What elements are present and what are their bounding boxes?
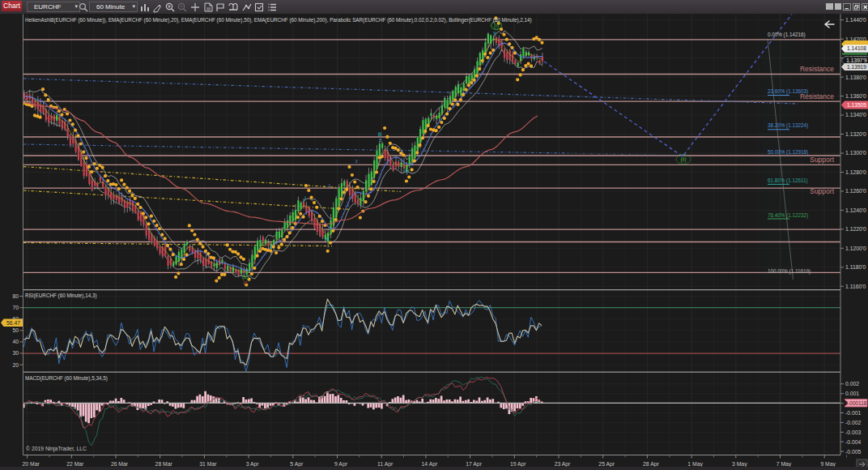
svg-text:1.14108: 1.14108 [847,45,866,51]
svg-text:© 2019 NinjaTrader, LLC: © 2019 NinjaTrader, LLC [26,446,87,452]
svg-text:38.20% (1.13224): 38.20% (1.13224) [768,122,808,129]
svg-text:20: 20 [12,362,19,368]
svg-text:1.1300'0: 1.1300'0 [845,150,866,156]
svg-text:9 May: 9 May [820,461,836,468]
svg-text:1.1320'0: 1.1320'0 [845,131,866,137]
svg-text:1.13505: 1.13505 [847,102,866,108]
svg-text:30: 30 [12,350,19,356]
svg-text:3: 3 [355,159,357,164]
svg-text:(c): (c) [242,274,249,280]
svg-text:Support: Support [810,156,834,164]
svg-text:v: v [493,30,496,36]
svg-text:1.1220'0: 1.1220'0 [845,226,866,232]
svg-text:RSI(EURCHF (60 Minute),14,3): RSI(EURCHF (60 Minute),14,3) [25,293,97,299]
svg-text:HeikenAshi8(EURCHF (60 Minute): HeikenAshi8(EURCHF (60 Minute)), EMA(EUR… [25,17,532,24]
svg-text:50.00% (1.12918): 50.00% (1.12918) [768,149,808,156]
svg-text:0.000118: 0.000118 [845,400,866,406]
svg-text:5 Apr: 5 Apr [290,461,304,468]
svg-text:61.80% (1.12611): 61.80% (1.12611) [768,177,808,184]
svg-text:100.00% (1.11619): 100.00% (1.11619) [768,268,811,275]
svg-text:(ii): (ii) [680,156,686,163]
svg-text:1.13919: 1.13919 [847,64,866,70]
svg-text:-0.003: -0.003 [845,429,861,435]
svg-text:20 Mar: 20 Mar [23,461,40,467]
svg-text:1.1200'0: 1.1200'0 [845,246,866,251]
svg-text:1.1380'0: 1.1380'0 [845,75,866,80]
svg-text:25 Apr: 25 Apr [598,461,615,468]
svg-text:70: 70 [12,305,19,310]
svg-text:1 May: 1 May [687,461,703,468]
svg-text:C: C [243,280,247,286]
svg-text:iv: iv [405,168,410,173]
svg-text:Resistance: Resistance [800,65,834,73]
svg-text:-0.005: -0.005 [845,449,861,455]
svg-text:-0.004: -0.004 [845,439,861,445]
svg-text:7 May: 7 May [777,461,792,468]
svg-text:31 Mar: 31 Mar [199,461,217,467]
svg-text:22 Mar: 22 Mar [66,461,84,467]
svg-text:Resistance: Resistance [800,92,834,100]
svg-text:76.40% (1.12232): 76.40% (1.12232) [768,212,808,219]
svg-text:0.001: 0.001 [845,391,859,396]
svg-text:0.002: 0.002 [845,381,859,387]
svg-text:1.1280'0: 1.1280'0 [845,169,866,175]
svg-text:1.1240'0: 1.1240'0 [845,207,866,213]
svg-text:2: 2 [347,203,349,207]
svg-text:1.1360'0: 1.1360'0 [845,93,866,99]
svg-text:3 May: 3 May [732,461,747,468]
svg-text:1.1260'0: 1.1260'0 [845,188,866,194]
svg-text:0.00% (1.14216): 0.00% (1.14216) [768,32,806,38]
svg-text:(i): (i) [494,23,499,29]
svg-text:28 Mar: 28 Mar [155,461,173,467]
svg-text:4: 4 [368,190,371,194]
svg-text:MACD(EURCHF (60 Minute),5,34,5: MACD(EURCHF (60 Minute),5,34,5) [25,375,108,382]
svg-text:28 Apr: 28 Apr [643,461,659,468]
svg-text:14 Apr: 14 Apr [422,461,438,468]
svg-text:11 Apr: 11 Apr [377,461,394,468]
svg-text:1.1440'0: 1.1440'0 [845,17,866,23]
svg-text:-0.002: -0.002 [845,420,861,425]
svg-text:50: 50 [12,327,19,333]
svg-text:1.1160'0: 1.1160'0 [845,284,866,289]
svg-text:1.1340'0: 1.1340'0 [845,112,866,118]
svg-text:Support: Support [810,187,834,195]
svg-text:iii: iii [378,131,382,137]
svg-text:9 Apr: 9 Apr [334,461,348,468]
svg-text:ii: ii [325,236,328,241]
svg-text:80: 80 [12,293,19,299]
svg-text:-0.001: -0.001 [845,410,861,416]
svg-text:1.1180'0: 1.1180'0 [845,264,866,270]
svg-text:19 Apr: 19 Apr [510,461,526,468]
svg-text:40: 40 [12,339,19,344]
svg-text:17 Apr: 17 Apr [466,461,482,468]
svg-text:3 Apr: 3 Apr [246,461,260,468]
svg-text:56.47: 56.47 [6,320,20,326]
svg-text:1.1397’9: 1.1397’9 [846,58,867,63]
svg-text:23 Apr: 23 Apr [555,461,571,468]
svg-text:26 Mar: 26 Mar [111,461,129,467]
svg-text:1: 1 [328,183,330,188]
